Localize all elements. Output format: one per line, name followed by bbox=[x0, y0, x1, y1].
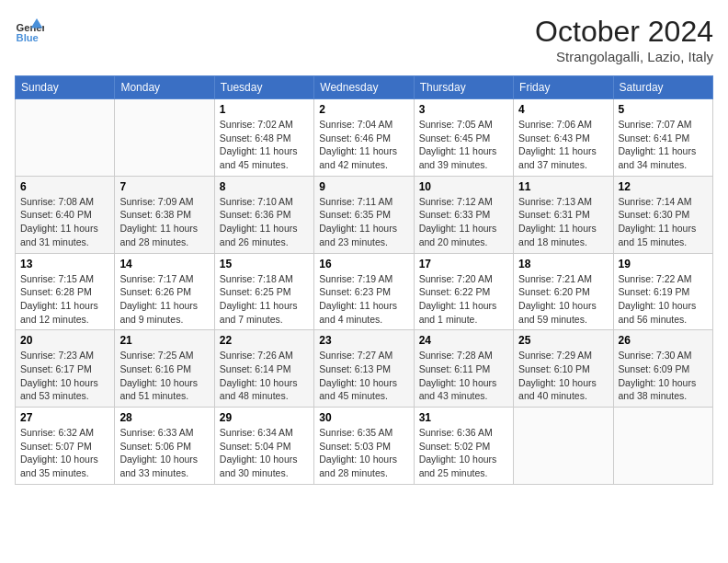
calendar-header-row: SundayMondayTuesdayWednesdayThursdayFrid… bbox=[16, 76, 713, 99]
calendar-cell bbox=[613, 408, 712, 485]
day-number: 3 bbox=[419, 103, 508, 116]
weekday-header: Saturday bbox=[613, 76, 712, 99]
day-info: Sunrise: 7:25 AMSunset: 6:16 PMDaylight:… bbox=[119, 349, 209, 403]
calendar-cell: 15Sunrise: 7:18 AMSunset: 6:25 PMDayligh… bbox=[214, 253, 313, 330]
day-number: 21 bbox=[119, 334, 209, 347]
day-info: Sunrise: 7:18 AMSunset: 6:25 PMDaylight:… bbox=[220, 272, 309, 327]
day-number: 14 bbox=[119, 258, 209, 270]
calendar-cell: 31Sunrise: 6:36 AMSunset: 5:02 PMDayligh… bbox=[414, 408, 513, 485]
calendar-cell: 13Sunrise: 7:15 AMSunset: 6:28 PMDayligh… bbox=[16, 253, 115, 330]
day-number: 6 bbox=[20, 180, 109, 193]
calendar-cell: 7Sunrise: 7:09 AMSunset: 6:38 PMDaylight… bbox=[115, 176, 214, 253]
day-number: 16 bbox=[319, 258, 408, 270]
day-number: 9 bbox=[319, 180, 408, 193]
day-info: Sunrise: 6:32 AMSunset: 5:07 PMDaylight:… bbox=[20, 426, 109, 480]
calendar-week-row: 27Sunrise: 6:32 AMSunset: 5:07 PMDayligh… bbox=[16, 408, 713, 485]
day-number: 17 bbox=[419, 258, 508, 270]
day-number: 23 bbox=[319, 334, 408, 347]
weekday-header: Wednesday bbox=[314, 76, 414, 99]
day-number: 15 bbox=[220, 258, 309, 270]
day-number: 20 bbox=[20, 334, 109, 347]
day-number: 28 bbox=[119, 411, 209, 424]
day-info: Sunrise: 7:23 AMSunset: 6:17 PMDaylight:… bbox=[20, 349, 109, 403]
logo-icon: General Blue bbox=[15, 15, 44, 44]
day-info: Sunrise: 7:20 AMSunset: 6:22 PMDaylight:… bbox=[419, 272, 508, 327]
calendar-cell: 19Sunrise: 7:22 AMSunset: 6:19 PMDayligh… bbox=[613, 253, 712, 330]
day-number: 8 bbox=[220, 180, 309, 193]
calendar-cell: 20Sunrise: 7:23 AMSunset: 6:17 PMDayligh… bbox=[16, 330, 115, 408]
day-info: Sunrise: 7:12 AMSunset: 6:33 PMDaylight:… bbox=[419, 195, 508, 249]
calendar-week-row: 6Sunrise: 7:08 AMSunset: 6:40 PMDaylight… bbox=[16, 176, 713, 253]
weekday-header: Sunday bbox=[16, 76, 115, 99]
day-info: Sunrise: 7:07 AMSunset: 6:41 PMDaylight:… bbox=[619, 118, 708, 172]
calendar-cell: 27Sunrise: 6:32 AMSunset: 5:07 PMDayligh… bbox=[16, 408, 115, 485]
calendar-week-row: 20Sunrise: 7:23 AMSunset: 6:17 PMDayligh… bbox=[16, 330, 713, 408]
day-number: 19 bbox=[619, 258, 708, 270]
calendar-cell: 16Sunrise: 7:19 AMSunset: 6:23 PMDayligh… bbox=[314, 253, 414, 330]
day-number: 26 bbox=[619, 334, 708, 347]
location: Strangolagalli, Lazio, Italy bbox=[535, 49, 713, 64]
day-number: 18 bbox=[518, 258, 608, 270]
day-info: Sunrise: 7:13 AMSunset: 6:31 PMDaylight:… bbox=[518, 195, 608, 249]
day-number: 11 bbox=[518, 180, 608, 193]
day-info: Sunrise: 7:19 AMSunset: 6:23 PMDaylight:… bbox=[319, 272, 408, 327]
calendar-table: SundayMondayTuesdayWednesdayThursdayFrid… bbox=[15, 75, 713, 485]
calendar-cell: 11Sunrise: 7:13 AMSunset: 6:31 PMDayligh… bbox=[514, 176, 613, 253]
logo: General Blue bbox=[15, 15, 44, 44]
weekday-header: Thursday bbox=[414, 76, 513, 99]
weekday-header: Friday bbox=[514, 76, 613, 99]
day-info: Sunrise: 7:02 AMSunset: 6:48 PMDaylight:… bbox=[220, 118, 309, 172]
day-info: Sunrise: 7:17 AMSunset: 6:26 PMDaylight:… bbox=[119, 272, 209, 327]
day-number: 4 bbox=[518, 103, 608, 116]
calendar-cell bbox=[514, 408, 613, 485]
calendar-cell: 10Sunrise: 7:12 AMSunset: 6:33 PMDayligh… bbox=[414, 176, 513, 253]
day-info: Sunrise: 6:36 AMSunset: 5:02 PMDaylight:… bbox=[419, 426, 508, 480]
day-number: 24 bbox=[419, 334, 508, 347]
calendar-cell: 4Sunrise: 7:06 AMSunset: 6:43 PMDaylight… bbox=[514, 99, 613, 177]
calendar-cell: 12Sunrise: 7:14 AMSunset: 6:30 PMDayligh… bbox=[613, 176, 712, 253]
calendar-cell: 21Sunrise: 7:25 AMSunset: 6:16 PMDayligh… bbox=[115, 330, 214, 408]
day-info: Sunrise: 7:11 AMSunset: 6:35 PMDaylight:… bbox=[319, 195, 408, 249]
calendar-cell: 5Sunrise: 7:07 AMSunset: 6:41 PMDaylight… bbox=[613, 99, 712, 177]
day-number: 27 bbox=[20, 411, 109, 424]
calendar-cell: 26Sunrise: 7:30 AMSunset: 6:09 PMDayligh… bbox=[613, 330, 712, 408]
day-info: Sunrise: 7:26 AMSunset: 6:14 PMDaylight:… bbox=[220, 349, 309, 403]
weekday-header: Tuesday bbox=[214, 76, 313, 99]
day-info: Sunrise: 6:33 AMSunset: 5:06 PMDaylight:… bbox=[119, 426, 209, 480]
calendar-cell: 3Sunrise: 7:05 AMSunset: 6:45 PMDaylight… bbox=[414, 99, 513, 177]
calendar-cell: 8Sunrise: 7:10 AMSunset: 6:36 PMDaylight… bbox=[214, 176, 313, 253]
calendar-cell: 2Sunrise: 7:04 AMSunset: 6:46 PMDaylight… bbox=[314, 99, 414, 177]
title-block: October 2024 Strangolagalli, Lazio, Ital… bbox=[535, 15, 713, 64]
weekday-header: Monday bbox=[115, 76, 214, 99]
calendar-week-row: 13Sunrise: 7:15 AMSunset: 6:28 PMDayligh… bbox=[16, 253, 713, 330]
day-info: Sunrise: 7:27 AMSunset: 6:13 PMDaylight:… bbox=[319, 349, 408, 403]
calendar-cell: 18Sunrise: 7:21 AMSunset: 6:20 PMDayligh… bbox=[514, 253, 613, 330]
day-info: Sunrise: 7:06 AMSunset: 6:43 PMDaylight:… bbox=[518, 118, 608, 172]
day-number: 31 bbox=[419, 411, 508, 424]
month-title: October 2024 bbox=[535, 15, 713, 49]
day-number: 5 bbox=[619, 103, 708, 116]
calendar-cell: 23Sunrise: 7:27 AMSunset: 6:13 PMDayligh… bbox=[314, 330, 414, 408]
day-number: 2 bbox=[319, 103, 408, 116]
calendar-week-row: 1Sunrise: 7:02 AMSunset: 6:48 PMDaylight… bbox=[16, 99, 713, 177]
day-number: 30 bbox=[319, 411, 408, 424]
calendar-cell: 30Sunrise: 6:35 AMSunset: 5:03 PMDayligh… bbox=[314, 408, 414, 485]
day-info: Sunrise: 7:08 AMSunset: 6:40 PMDaylight:… bbox=[20, 195, 109, 249]
day-number: 10 bbox=[419, 180, 508, 193]
calendar-cell: 28Sunrise: 6:33 AMSunset: 5:06 PMDayligh… bbox=[115, 408, 214, 485]
day-number: 1 bbox=[220, 103, 309, 116]
day-number: 22 bbox=[220, 334, 309, 347]
day-info: Sunrise: 7:30 AMSunset: 6:09 PMDaylight:… bbox=[619, 349, 708, 403]
calendar-cell: 24Sunrise: 7:28 AMSunset: 6:11 PMDayligh… bbox=[414, 330, 513, 408]
day-info: Sunrise: 7:04 AMSunset: 6:46 PMDaylight:… bbox=[319, 118, 408, 172]
day-info: Sunrise: 6:34 AMSunset: 5:04 PMDaylight:… bbox=[220, 426, 309, 480]
page-header: General Blue October 2024 Strangolagalli… bbox=[15, 15, 713, 64]
calendar-cell: 14Sunrise: 7:17 AMSunset: 6:26 PMDayligh… bbox=[115, 253, 214, 330]
calendar-cell: 6Sunrise: 7:08 AMSunset: 6:40 PMDaylight… bbox=[16, 176, 115, 253]
calendar-cell: 29Sunrise: 6:34 AMSunset: 5:04 PMDayligh… bbox=[214, 408, 313, 485]
day-number: 29 bbox=[220, 411, 309, 424]
day-info: Sunrise: 7:15 AMSunset: 6:28 PMDaylight:… bbox=[20, 272, 109, 327]
day-info: Sunrise: 7:21 AMSunset: 6:20 PMDaylight:… bbox=[518, 272, 608, 327]
day-number: 7 bbox=[119, 180, 209, 193]
calendar-cell: 25Sunrise: 7:29 AMSunset: 6:10 PMDayligh… bbox=[514, 330, 613, 408]
